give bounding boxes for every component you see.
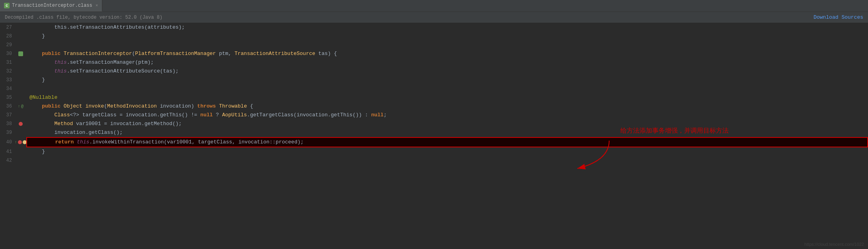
file-tab[interactable]: c TransactionInterceptor.class × [0,0,102,12]
line-gutter: ↑ [15,140,26,145]
line-number: 32 [0,69,15,74]
line-content: invocation.getClass(); [26,128,868,137]
code-line: 34 [0,84,868,93]
line-number: 40 [0,139,15,145]
line-gutter: ↑@ [15,104,26,109]
download-sources-link[interactable]: Download Sources [813,14,863,20]
at-sign-icon: @ [21,104,23,109]
line-content: public Object invoke(MethodInvocation in… [26,102,868,111]
code-line: 29 [0,41,868,49]
breakpoint-icon [18,140,22,144]
line-number: 29 [0,42,15,48]
line-content: this.setTransactionAttributeSource(tas); [26,67,868,76]
line-content: @Nullable [26,93,868,102]
tab-class-icon: c [4,3,10,8]
line-number: 30 [0,51,15,57]
line-number: 41 [0,149,15,155]
code-line: 36↑@ public Object invoke(MethodInvocati… [0,102,868,111]
code-line: 31 this.setTransactionManager(ptm); [0,58,868,67]
line-content: Method var10001 = invocation.getMethod()… [26,120,868,128]
line-content: return this.invokeWithinTransaction(var1… [26,137,868,147]
decompiled-info: Decompiled .class file, bytecode version… [5,15,162,20]
code-line: 41 } [0,147,868,156]
info-bar: Decompiled .class file, bytecode version… [0,12,868,23]
line-content: } [26,32,868,41]
code-line: 39 invocation.getClass(); [0,128,868,137]
line-gutter [15,122,26,126]
line-number: 37 [0,112,15,118]
code-line: 33 } [0,76,868,84]
tab-label: TransactionInterceptor.class [12,3,92,8]
code-lines: 27 this.setTransactionAttributes(attribu… [0,23,868,165]
tab-bar: c TransactionInterceptor.class × [0,0,868,12]
close-tab-icon[interactable]: × [96,3,98,8]
line-content: } [26,76,868,84]
line-content: this.setTransactionManager(ptm); [26,58,868,67]
code-line: 28 } [0,32,868,41]
code-line: 30 public TransactionInterceptor(Platfor… [0,49,868,58]
line-number: 35 [0,95,15,100]
line-number: 36 [0,104,15,109]
up-arrow-icon: ↑ [15,140,17,145]
breakpoint-icon [19,122,23,126]
line-number: 39 [0,130,15,135]
code-line: 42 [0,156,868,165]
line-number: 33 [0,77,15,83]
watermark: https://cloud.tencent.com/1022 [804,242,864,247]
code-line: 40↑ return this.invokeWithinTransaction(… [0,137,868,147]
line-number: 31 [0,60,15,65]
code-line: 27 this.setTransactionAttributes(attribu… [0,23,868,32]
code-line: 37 Class<?> targetClass = invocation.get… [0,111,868,120]
line-content: this.setTransactionAttributes(attributes… [26,23,868,32]
line-content: } [26,147,868,156]
line-number: 27 [0,25,15,30]
line-content: public TransactionInterceptor(PlatformTr… [26,49,868,58]
line-number: 34 [0,86,15,92]
line-number: 28 [0,33,15,39]
code-area: 27 this.setTransactionAttributes(attribu… [0,23,868,249]
code-line: 32 this.setTransactionAttributeSource(ta… [0,67,868,76]
line-number: 42 [0,158,15,163]
code-line: 38 Method var10001 = invocation.getMetho… [0,120,868,128]
line-gutter [15,51,26,56]
line-number: 38 [0,121,15,127]
up-arrow-icon: ↑ [18,104,20,109]
breakpoint-marker-icon [18,51,23,56]
line-content: Class<?> targetClass = invocation.getThi… [26,111,868,120]
code-line: 35@Nullable [0,93,868,102]
